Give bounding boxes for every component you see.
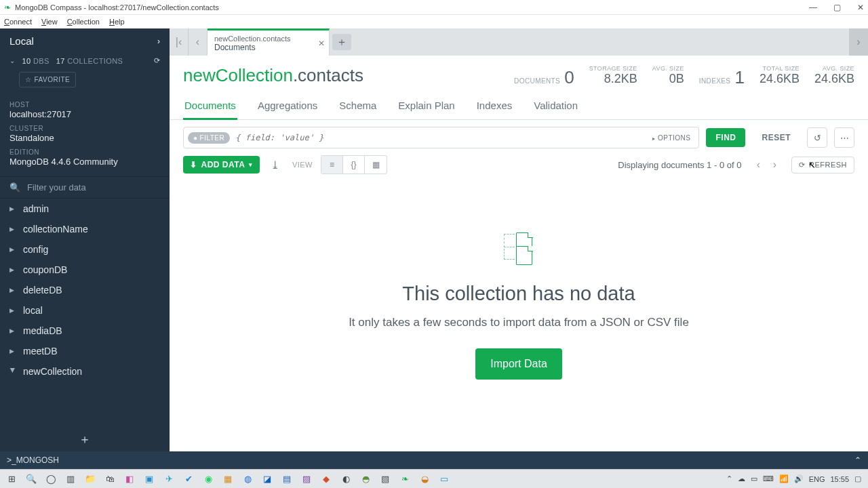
- tray-chevron-icon[interactable]: ⌃: [726, 474, 732, 483]
- taskbar-app[interactable]: ❧: [396, 471, 414, 487]
- taskbar-app[interactable]: ▤: [278, 471, 296, 487]
- import-data-button[interactable]: Import Data: [475, 348, 562, 380]
- filter-input[interactable]: [27, 182, 160, 192]
- menu-collection[interactable]: Collection: [67, 18, 100, 26]
- tab-nav-prev[interactable]: ‹: [189, 28, 208, 56]
- caret-icon: ▶: [9, 287, 16, 293]
- favorite-button[interactable]: ☆ FAVORITE: [19, 72, 76, 87]
- reset-button[interactable]: RESET: [752, 128, 800, 147]
- tray-wifi-icon[interactable]: 📶: [779, 474, 789, 483]
- start-button[interactable]: ⊞: [3, 471, 20, 487]
- query-input[interactable]: [230, 133, 648, 142]
- more-icon[interactable]: ⋯: [834, 127, 854, 148]
- taskbar-app[interactable]: ▧: [376, 471, 394, 487]
- download-icon: ⬇: [190, 160, 197, 169]
- menu-help[interactable]: Help: [109, 18, 125, 26]
- maximize-button[interactable]: ▢: [833, 3, 841, 12]
- sidebar-item-mediaDB[interactable]: ▶mediaDB: [0, 321, 170, 341]
- tab-active[interactable]: newCollection.contacts Documents ✕: [208, 28, 330, 56]
- sidebar-item-label: deleteDB: [23, 285, 62, 296]
- taskbar-app[interactable]: ▭: [435, 471, 453, 487]
- tab-aggregations[interactable]: Aggregations: [256, 93, 319, 119]
- tray-notifications-icon[interactable]: ▢: [854, 474, 861, 483]
- sidebar-item-meetDB[interactable]: ▶meetDB: [0, 341, 170, 361]
- taskbar-app[interactable]: ◉: [199, 471, 217, 487]
- taskbar-app[interactable]: ▨: [298, 471, 315, 487]
- taskbar-app[interactable]: ▣: [140, 471, 158, 487]
- sidebar-item-label: meetDB: [23, 346, 58, 357]
- menu-view[interactable]: View: [41, 18, 58, 26]
- chevron-down-icon[interactable]: ⌄: [9, 57, 15, 64]
- tray-cloud-icon[interactable]: ☁: [738, 474, 745, 483]
- search-icon[interactable]: 🔍: [22, 471, 40, 487]
- export-icon[interactable]: ⤓: [265, 155, 285, 174]
- tab-schema[interactable]: Schema: [338, 93, 378, 119]
- sidebar-item-local[interactable]: ▶local: [0, 300, 170, 321]
- chevron-right-icon[interactable]: ›: [157, 37, 160, 46]
- taskbar-app[interactable]: ◪: [258, 471, 276, 487]
- add-data-button[interactable]: ⬇ ADD DATA ▾: [183, 156, 260, 174]
- taskbar-app[interactable]: 🛍: [101, 471, 119, 487]
- refresh-button[interactable]: ⟳ REFRESH ↖: [791, 157, 854, 174]
- history-icon[interactable]: ↺: [807, 127, 827, 148]
- sidebar-item-deleteDB[interactable]: ▶deleteDB: [0, 280, 170, 300]
- sidebar-item-admin[interactable]: ▶admin: [0, 199, 170, 219]
- host-value: localhost:27017: [9, 109, 160, 119]
- taskbar-app[interactable]: ◍: [239, 471, 256, 487]
- menu-connect[interactable]: Connect: [4, 18, 32, 26]
- tab-nav-next[interactable]: ›: [849, 28, 868, 56]
- minimize-button[interactable]: —: [809, 3, 817, 12]
- page-next-button[interactable]: ›: [767, 157, 782, 173]
- options-toggle[interactable]: OPTIONS: [648, 134, 694, 142]
- tab-validation[interactable]: Validation: [532, 93, 579, 119]
- cluster-label: CLUSTER: [9, 125, 160, 132]
- tab-close-icon[interactable]: ✕: [318, 39, 325, 48]
- refresh-icon: ⟳: [799, 161, 806, 169]
- tray-battery-icon[interactable]: ▭: [751, 474, 757, 483]
- view-json-button[interactable]: {}: [343, 156, 365, 174]
- find-button[interactable]: FIND: [706, 128, 745, 147]
- view-list-button[interactable]: ≡: [321, 156, 343, 174]
- new-tab-button[interactable]: ＋: [332, 34, 351, 50]
- tray-lang[interactable]: ENG: [809, 475, 825, 483]
- tab-explain-plan[interactable]: Explain Plan: [397, 93, 456, 119]
- add-database-button[interactable]: ＋: [0, 428, 170, 451]
- sidebar-item-collectionName[interactable]: ▶collectionName: [0, 219, 170, 239]
- tray-keyboard-icon[interactable]: ⌨: [763, 474, 774, 483]
- taskbar-app[interactable]: ◐: [337, 471, 355, 487]
- taskbar-app[interactable]: ◧: [121, 471, 138, 487]
- sidebar-item-config[interactable]: ▶config: [0, 239, 170, 260]
- connection-name: Local: [9, 35, 34, 47]
- page-prev-button[interactable]: ‹: [751, 157, 766, 173]
- taskbar-app[interactable]: ✈: [160, 471, 178, 487]
- taskbar: ⊞ 🔍 ◯ ▥ 📁 🛍 ◧ ▣ ✈ ✔ ◉ ▦ ◍ ◪ ▤ ▨ ◆ ◐ ◓ ▧ …: [0, 469, 868, 488]
- section-tabs: DocumentsAggregationsSchemaExplain PlanI…: [170, 93, 868, 120]
- tab-nav-first[interactable]: |‹: [170, 28, 189, 56]
- tab-documents[interactable]: Documents: [183, 93, 237, 120]
- db-count: 10: [22, 57, 31, 65]
- menubar: Connect View Collection Help: [0, 15, 868, 28]
- caret-icon: ▶: [9, 205, 16, 212]
- taskbar-app[interactable]: ✔: [180, 471, 197, 487]
- empty-state: This collection has no data It only take…: [170, 181, 868, 451]
- sidebar-item-newCollection[interactable]: ▶newCollection: [0, 361, 170, 382]
- view-table-button[interactable]: ▦: [365, 156, 387, 174]
- sidebar-item-label: newCollection: [23, 366, 82, 377]
- taskbar-app[interactable]: ◒: [416, 471, 433, 487]
- sidebar-item-label: collectionName: [23, 224, 88, 235]
- taskbar-app[interactable]: ◆: [317, 471, 335, 487]
- tray-volume-icon[interactable]: 🔊: [794, 474, 804, 483]
- sidebar-item-couponDB[interactable]: ▶couponDB: [0, 260, 170, 280]
- tray-time: 15:55: [830, 475, 849, 483]
- taskbar-app[interactable]: ▦: [219, 471, 237, 487]
- close-button[interactable]: ✕: [857, 3, 864, 12]
- task-view-icon[interactable]: ◯: [42, 471, 60, 487]
- taskbar-app[interactable]: ◓: [357, 471, 374, 487]
- taskbar-app[interactable]: ▥: [62, 471, 79, 487]
- shell-bar[interactable]: >_MONGOSH ⌃: [0, 451, 868, 469]
- tab-indexes[interactable]: Indexes: [475, 93, 514, 119]
- caret-down-icon: ▾: [249, 161, 253, 168]
- taskbar-app[interactable]: 📁: [81, 471, 99, 487]
- refresh-icon[interactable]: ⟳: [154, 56, 160, 65]
- chevron-up-icon[interactable]: ⌃: [854, 455, 861, 465]
